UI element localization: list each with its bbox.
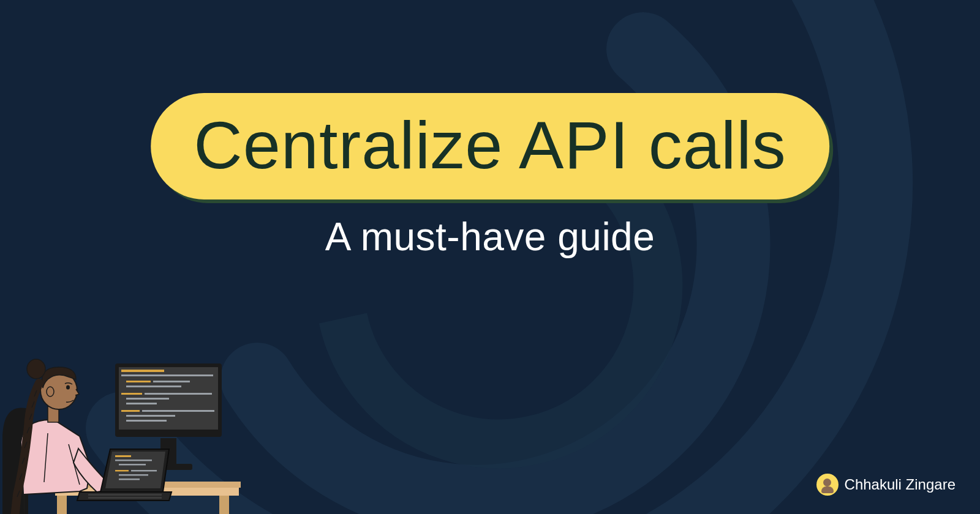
svg-rect-3 bbox=[219, 496, 229, 514]
svg-rect-34 bbox=[119, 479, 140, 480]
svg-rect-14 bbox=[121, 374, 213, 376]
svg-rect-18 bbox=[121, 393, 142, 395]
headline-subtitle: A must-have guide bbox=[325, 214, 655, 259]
author-avatar-icon bbox=[816, 474, 839, 496]
svg-point-8 bbox=[27, 359, 45, 379]
svg-rect-23 bbox=[142, 410, 214, 412]
author-byline: Chhakuli Zingare bbox=[816, 474, 956, 496]
svg-rect-30 bbox=[119, 464, 146, 466]
svg-rect-27 bbox=[88, 497, 162, 499]
svg-rect-32 bbox=[131, 470, 157, 472]
svg-rect-22 bbox=[121, 410, 140, 412]
svg-rect-25 bbox=[126, 420, 167, 422]
svg-rect-2 bbox=[57, 496, 67, 514]
svg-rect-33 bbox=[119, 474, 148, 476]
svg-point-7 bbox=[66, 386, 70, 390]
svg-point-6 bbox=[47, 387, 54, 397]
svg-rect-24 bbox=[126, 415, 175, 417]
author-name: Chhakuli Zingare bbox=[845, 476, 956, 493]
headline-pill: Centralize API calls bbox=[151, 93, 829, 199]
svg-rect-26 bbox=[88, 494, 162, 496]
svg-rect-20 bbox=[126, 398, 169, 400]
svg-rect-31 bbox=[115, 470, 129, 472]
svg-rect-21 bbox=[126, 403, 157, 404]
developer-illustration bbox=[0, 311, 245, 514]
svg-rect-16 bbox=[153, 381, 190, 382]
svg-rect-19 bbox=[145, 393, 212, 395]
svg-rect-17 bbox=[126, 386, 181, 387]
svg-rect-15 bbox=[126, 381, 151, 382]
svg-rect-28 bbox=[115, 455, 131, 457]
headline-title: Centralize API calls bbox=[194, 111, 786, 179]
svg-rect-29 bbox=[115, 460, 152, 461]
svg-rect-13 bbox=[121, 370, 164, 372]
